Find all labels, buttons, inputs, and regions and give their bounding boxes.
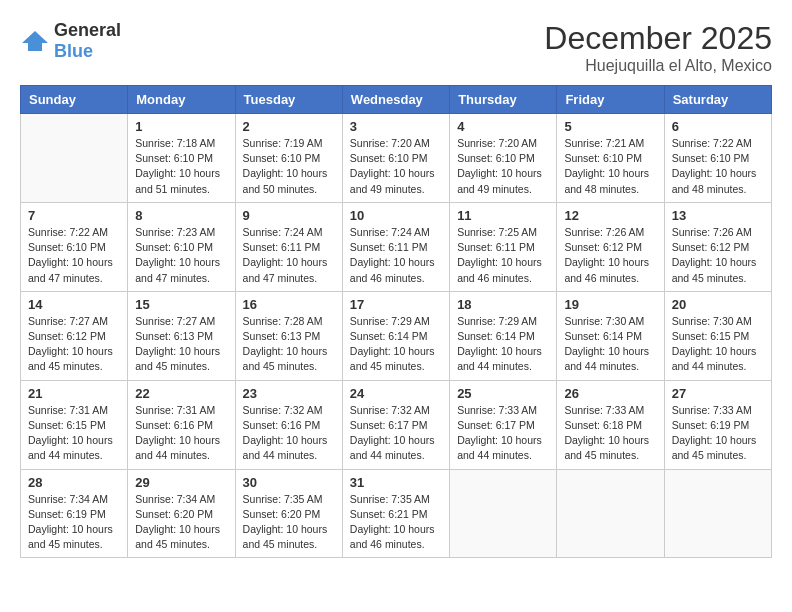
- day-number: 7: [28, 208, 120, 223]
- logo-blue: Blue: [54, 41, 93, 61]
- day-info: Sunrise: 7:20 AMSunset: 6:10 PMDaylight:…: [350, 136, 442, 197]
- day-number: 14: [28, 297, 120, 312]
- day-number: 20: [672, 297, 764, 312]
- calendar-cell: 2Sunrise: 7:19 AMSunset: 6:10 PMDaylight…: [235, 114, 342, 203]
- calendar-week-row: 1Sunrise: 7:18 AMSunset: 6:10 PMDaylight…: [21, 114, 772, 203]
- day-number: 27: [672, 386, 764, 401]
- calendar-cell: 21Sunrise: 7:31 AMSunset: 6:15 PMDayligh…: [21, 380, 128, 469]
- calendar-cell: 30Sunrise: 7:35 AMSunset: 6:20 PMDayligh…: [235, 469, 342, 558]
- calendar-cell: 26Sunrise: 7:33 AMSunset: 6:18 PMDayligh…: [557, 380, 664, 469]
- calendar-cell: 4Sunrise: 7:20 AMSunset: 6:10 PMDaylight…: [450, 114, 557, 203]
- day-info: Sunrise: 7:31 AMSunset: 6:15 PMDaylight:…: [28, 403, 120, 464]
- day-number: 21: [28, 386, 120, 401]
- day-number: 19: [564, 297, 656, 312]
- calendar-cell: 1Sunrise: 7:18 AMSunset: 6:10 PMDaylight…: [128, 114, 235, 203]
- logo: General Blue: [20, 20, 121, 62]
- calendar-cell: 27Sunrise: 7:33 AMSunset: 6:19 PMDayligh…: [664, 380, 771, 469]
- day-info: Sunrise: 7:32 AMSunset: 6:17 PMDaylight:…: [350, 403, 442, 464]
- day-number: 25: [457, 386, 549, 401]
- day-info: Sunrise: 7:18 AMSunset: 6:10 PMDaylight:…: [135, 136, 227, 197]
- calendar-cell: 3Sunrise: 7:20 AMSunset: 6:10 PMDaylight…: [342, 114, 449, 203]
- day-info: Sunrise: 7:25 AMSunset: 6:11 PMDaylight:…: [457, 225, 549, 286]
- day-info: Sunrise: 7:34 AMSunset: 6:20 PMDaylight:…: [135, 492, 227, 553]
- day-number: 18: [457, 297, 549, 312]
- day-number: 2: [243, 119, 335, 134]
- day-number: 15: [135, 297, 227, 312]
- day-of-week-header: Wednesday: [342, 86, 449, 114]
- day-number: 8: [135, 208, 227, 223]
- day-info: Sunrise: 7:27 AMSunset: 6:13 PMDaylight:…: [135, 314, 227, 375]
- day-info: Sunrise: 7:22 AMSunset: 6:10 PMDaylight:…: [672, 136, 764, 197]
- day-number: 12: [564, 208, 656, 223]
- day-number: 9: [243, 208, 335, 223]
- day-number: 17: [350, 297, 442, 312]
- calendar-cell: 9Sunrise: 7:24 AMSunset: 6:11 PMDaylight…: [235, 202, 342, 291]
- calendar-cell: 10Sunrise: 7:24 AMSunset: 6:11 PMDayligh…: [342, 202, 449, 291]
- page-header: General Blue December 2025 Huejuquilla e…: [20, 20, 772, 75]
- calendar-cell: 25Sunrise: 7:33 AMSunset: 6:17 PMDayligh…: [450, 380, 557, 469]
- day-number: 16: [243, 297, 335, 312]
- calendar-week-row: 7Sunrise: 7:22 AMSunset: 6:10 PMDaylight…: [21, 202, 772, 291]
- day-number: 1: [135, 119, 227, 134]
- calendar-cell: 23Sunrise: 7:32 AMSunset: 6:16 PMDayligh…: [235, 380, 342, 469]
- calendar: SundayMondayTuesdayWednesdayThursdayFrid…: [20, 85, 772, 558]
- calendar-cell: 22Sunrise: 7:31 AMSunset: 6:16 PMDayligh…: [128, 380, 235, 469]
- day-number: 6: [672, 119, 764, 134]
- day-info: Sunrise: 7:28 AMSunset: 6:13 PMDaylight:…: [243, 314, 335, 375]
- day-info: Sunrise: 7:31 AMSunset: 6:16 PMDaylight:…: [135, 403, 227, 464]
- day-of-week-header: Thursday: [450, 86, 557, 114]
- calendar-cell: 24Sunrise: 7:32 AMSunset: 6:17 PMDayligh…: [342, 380, 449, 469]
- day-info: Sunrise: 7:29 AMSunset: 6:14 PMDaylight:…: [350, 314, 442, 375]
- calendar-cell: 5Sunrise: 7:21 AMSunset: 6:10 PMDaylight…: [557, 114, 664, 203]
- calendar-cell: 12Sunrise: 7:26 AMSunset: 6:12 PMDayligh…: [557, 202, 664, 291]
- title-block: December 2025 Huejuquilla el Alto, Mexic…: [544, 20, 772, 75]
- day-info: Sunrise: 7:19 AMSunset: 6:10 PMDaylight:…: [243, 136, 335, 197]
- day-number: 22: [135, 386, 227, 401]
- day-info: Sunrise: 7:30 AMSunset: 6:14 PMDaylight:…: [564, 314, 656, 375]
- calendar-cell: [450, 469, 557, 558]
- calendar-week-row: 21Sunrise: 7:31 AMSunset: 6:15 PMDayligh…: [21, 380, 772, 469]
- day-number: 4: [457, 119, 549, 134]
- day-number: 5: [564, 119, 656, 134]
- calendar-cell: 18Sunrise: 7:29 AMSunset: 6:14 PMDayligh…: [450, 291, 557, 380]
- calendar-week-row: 14Sunrise: 7:27 AMSunset: 6:12 PMDayligh…: [21, 291, 772, 380]
- day-number: 13: [672, 208, 764, 223]
- calendar-cell: 8Sunrise: 7:23 AMSunset: 6:10 PMDaylight…: [128, 202, 235, 291]
- day-of-week-header: Monday: [128, 86, 235, 114]
- day-info: Sunrise: 7:22 AMSunset: 6:10 PMDaylight:…: [28, 225, 120, 286]
- day-number: 29: [135, 475, 227, 490]
- month-title: December 2025: [544, 20, 772, 57]
- day-of-week-header: Friday: [557, 86, 664, 114]
- day-number: 10: [350, 208, 442, 223]
- calendar-cell: 19Sunrise: 7:30 AMSunset: 6:14 PMDayligh…: [557, 291, 664, 380]
- day-info: Sunrise: 7:35 AMSunset: 6:21 PMDaylight:…: [350, 492, 442, 553]
- day-number: 30: [243, 475, 335, 490]
- day-info: Sunrise: 7:30 AMSunset: 6:15 PMDaylight:…: [672, 314, 764, 375]
- calendar-header-row: SundayMondayTuesdayWednesdayThursdayFrid…: [21, 86, 772, 114]
- day-number: 23: [243, 386, 335, 401]
- day-info: Sunrise: 7:24 AMSunset: 6:11 PMDaylight:…: [350, 225, 442, 286]
- location-title: Huejuquilla el Alto, Mexico: [544, 57, 772, 75]
- calendar-cell: [557, 469, 664, 558]
- day-info: Sunrise: 7:33 AMSunset: 6:18 PMDaylight:…: [564, 403, 656, 464]
- calendar-cell: 15Sunrise: 7:27 AMSunset: 6:13 PMDayligh…: [128, 291, 235, 380]
- calendar-cell: 11Sunrise: 7:25 AMSunset: 6:11 PMDayligh…: [450, 202, 557, 291]
- calendar-cell: 6Sunrise: 7:22 AMSunset: 6:10 PMDaylight…: [664, 114, 771, 203]
- day-info: Sunrise: 7:26 AMSunset: 6:12 PMDaylight:…: [564, 225, 656, 286]
- day-info: Sunrise: 7:27 AMSunset: 6:12 PMDaylight:…: [28, 314, 120, 375]
- day-of-week-header: Saturday: [664, 86, 771, 114]
- calendar-cell: [664, 469, 771, 558]
- day-info: Sunrise: 7:33 AMSunset: 6:19 PMDaylight:…: [672, 403, 764, 464]
- calendar-week-row: 28Sunrise: 7:34 AMSunset: 6:19 PMDayligh…: [21, 469, 772, 558]
- calendar-cell: 17Sunrise: 7:29 AMSunset: 6:14 PMDayligh…: [342, 291, 449, 380]
- day-number: 11: [457, 208, 549, 223]
- logo-general: General: [54, 20, 121, 40]
- calendar-cell: 20Sunrise: 7:30 AMSunset: 6:15 PMDayligh…: [664, 291, 771, 380]
- day-info: Sunrise: 7:20 AMSunset: 6:10 PMDaylight:…: [457, 136, 549, 197]
- calendar-cell: 14Sunrise: 7:27 AMSunset: 6:12 PMDayligh…: [21, 291, 128, 380]
- day-number: 26: [564, 386, 656, 401]
- calendar-cell: 28Sunrise: 7:34 AMSunset: 6:19 PMDayligh…: [21, 469, 128, 558]
- calendar-cell: 13Sunrise: 7:26 AMSunset: 6:12 PMDayligh…: [664, 202, 771, 291]
- day-info: Sunrise: 7:23 AMSunset: 6:10 PMDaylight:…: [135, 225, 227, 286]
- day-number: 3: [350, 119, 442, 134]
